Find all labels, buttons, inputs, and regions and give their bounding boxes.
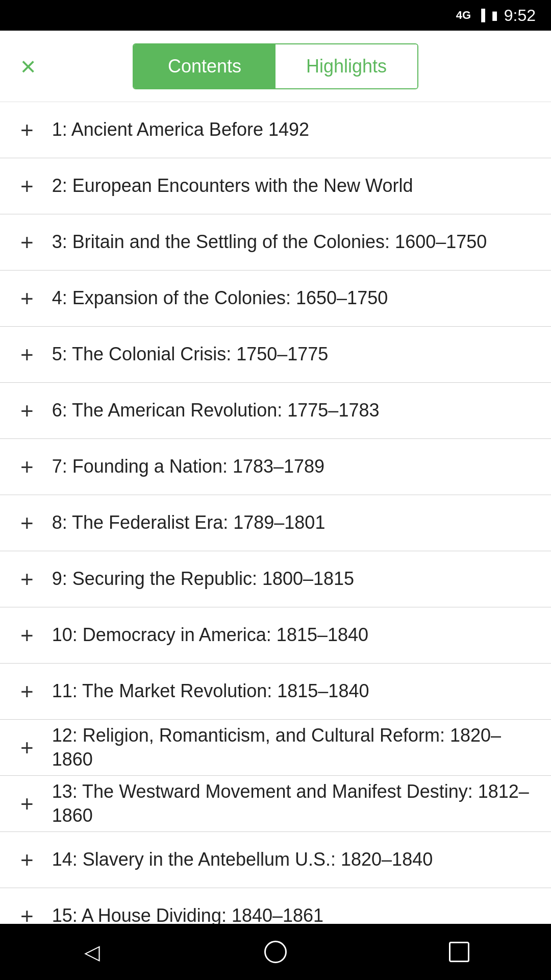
- home-icon: [264, 941, 287, 963]
- recents-icon: [449, 942, 469, 962]
- battery-icon: ▮: [491, 8, 498, 22]
- chapter-title: 3: Britain and the Settling of the Colon…: [52, 230, 487, 254]
- home-button[interactable]: [250, 926, 301, 977]
- chapter-title: 9: Securing the Republic: 1800–1815: [52, 567, 354, 591]
- expand-icon: +: [20, 793, 34, 815]
- status-time: 9:52: [504, 6, 536, 25]
- chapter-item[interactable]: +15: A House Dividing: 1840–1861: [0, 888, 551, 924]
- chapter-title: 2: European Encounters with the New Worl…: [52, 174, 413, 198]
- nav-bar: ◁: [0, 924, 551, 980]
- chapter-item[interactable]: +4: Expansion of the Colonies: 1650–1750: [0, 271, 551, 327]
- chapter-item[interactable]: +5: The Colonial Crisis: 1750–1775: [0, 327, 551, 383]
- expand-icon: +: [20, 849, 34, 871]
- chapter-title: 10: Democracy in America: 1815–1840: [52, 623, 368, 647]
- close-button[interactable]: ×: [20, 53, 36, 80]
- chapter-title: 15: A House Dividing: 1840–1861: [52, 904, 323, 924]
- chapter-item[interactable]: +10: Democracy in America: 1815–1840: [0, 607, 551, 664]
- chapter-title: 14: Slavery in the Antebellum U.S.: 1820…: [52, 848, 433, 872]
- chapter-item[interactable]: +14: Slavery in the Antebellum U.S.: 182…: [0, 832, 551, 888]
- expand-icon: +: [20, 119, 34, 141]
- chapter-title: 1: Ancient America Before 1492: [52, 118, 309, 142]
- expand-icon: +: [20, 905, 34, 924]
- chapter-item[interactable]: +3: Britain and the Settling of the Colo…: [0, 214, 551, 271]
- expand-icon: +: [20, 680, 34, 703]
- chapter-item[interactable]: +1: Ancient America Before 1492: [0, 102, 551, 158]
- chapter-list: +1: Ancient America Before 1492+2: Europ…: [0, 102, 551, 924]
- expand-icon: +: [20, 287, 34, 310]
- chapter-item[interactable]: +6: The American Revolution: 1775–1783: [0, 383, 551, 439]
- tab-bar: Contents Highlights: [133, 43, 418, 89]
- expand-icon: +: [20, 231, 34, 254]
- chapter-title: 11: The Market Revolution: 1815–1840: [52, 679, 369, 703]
- signal-icon: ▐: [477, 9, 485, 22]
- recents-button[interactable]: [434, 926, 485, 977]
- header: × Contents Highlights: [0, 31, 551, 102]
- network-indicator: 4G: [456, 9, 471, 22]
- chapter-title: 5: The Colonial Crisis: 1750–1775: [52, 342, 329, 366]
- chapter-item[interactable]: +2: European Encounters with the New Wor…: [0, 158, 551, 214]
- tab-contents[interactable]: Contents: [134, 44, 276, 88]
- expand-icon: +: [20, 344, 34, 366]
- chapter-item[interactable]: +7: Founding a Nation: 1783–1789: [0, 439, 551, 495]
- chapter-title: 12: Religion, Romanticism, and Cultural …: [52, 724, 531, 772]
- tab-highlights[interactable]: Highlights: [276, 44, 417, 88]
- chapter-item[interactable]: +9: Securing the Republic: 1800–1815: [0, 551, 551, 607]
- chapter-item[interactable]: +12: Religion, Romanticism, and Cultural…: [0, 720, 551, 776]
- expand-icon: +: [20, 737, 34, 759]
- chapter-item[interactable]: +8: The Federalist Era: 1789–1801: [0, 495, 551, 551]
- status-bar: 4G ▐ ▮ 9:52: [0, 0, 551, 31]
- back-button[interactable]: ◁: [66, 926, 117, 977]
- chapter-title: 4: Expansion of the Colonies: 1650–1750: [52, 286, 388, 310]
- back-icon: ◁: [84, 940, 100, 964]
- expand-icon: +: [20, 456, 34, 478]
- expand-icon: +: [20, 568, 34, 591]
- chapter-item[interactable]: +11: The Market Revolution: 1815–1840: [0, 664, 551, 720]
- chapter-title: 6: The American Revolution: 1775–1783: [52, 399, 380, 423]
- chapter-title: 8: The Federalist Era: 1789–1801: [52, 511, 325, 535]
- chapter-item[interactable]: +13: The Westward Movement and Manifest …: [0, 776, 551, 832]
- chapter-title: 7: Founding a Nation: 1783–1789: [52, 455, 324, 479]
- expand-icon: +: [20, 400, 34, 422]
- expand-icon: +: [20, 624, 34, 647]
- expand-icon: +: [20, 512, 34, 534]
- expand-icon: +: [20, 175, 34, 198]
- status-icons: 4G ▐ ▮ 9:52: [456, 6, 536, 25]
- chapter-title: 13: The Westward Movement and Manifest D…: [52, 780, 531, 828]
